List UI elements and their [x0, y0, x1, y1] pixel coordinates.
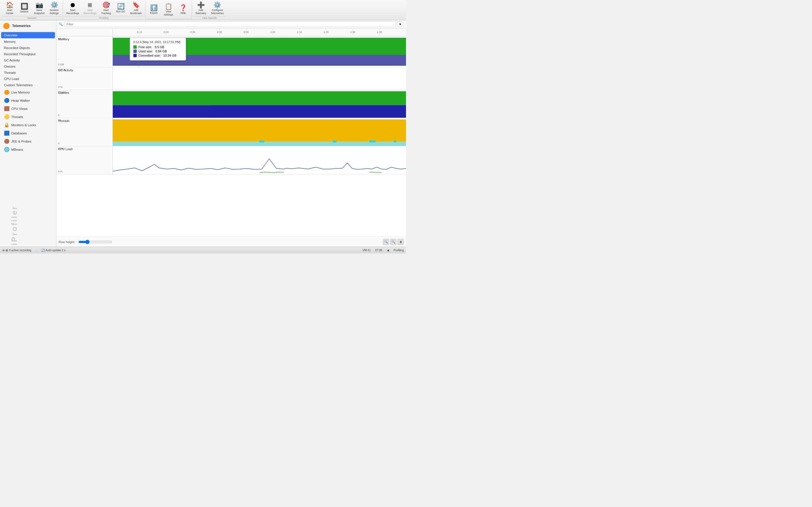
detach-button[interactable]: 🔲 Detach: [17, 2, 32, 14]
session-group-label: Session: [2, 16, 61, 20]
memory-label-col: Memory 20 GB 0 GB: [56, 36, 113, 67]
classes-chart-area: [113, 90, 406, 118]
stop-recordings-button[interactable]: ⏹ StopRecordings: [82, 1, 99, 16]
sidebar-item-cpu-views[interactable]: 🟫 CPU Views: [0, 105, 56, 113]
cpu-views-label: CPU Views: [11, 107, 28, 110]
tick-line: [299, 29, 300, 36]
sidebar-item-overview[interactable]: Overview: [1, 32, 55, 38]
timeline-spacer: [56, 29, 113, 36]
cpu-scale-bottom: 0 %: [58, 170, 63, 173]
session-settings-button[interactable]: ⚙️ SessionSettings: [47, 1, 61, 16]
save-snapshot-icon: 📷: [36, 2, 43, 8]
vm-label: VM #1: [363, 249, 371, 252]
help-label: Help: [181, 11, 186, 15]
tick-line: [326, 29, 326, 36]
filter-dropdown-button[interactable]: ▼: [397, 21, 404, 27]
start-tracking-label: StartTracking: [101, 9, 111, 15]
classes-chart-row: Classes 30,000 0: [56, 90, 406, 118]
start-center-button[interactable]: 🏠 StartCenter: [2, 1, 17, 16]
svg-rect-13: [259, 140, 264, 143]
view-settings-icon: 📋: [165, 3, 172, 10]
sidebar-item-live-memory[interactable]: 🟠 Live Memory: [0, 88, 56, 96]
add-bookmark-button[interactable]: 🔖 AddBookmark: [128, 1, 144, 16]
tick-line: [193, 29, 193, 36]
sidebar-item-heap-walker[interactable]: 🔵 Heap Walker: [0, 96, 56, 105]
sidebar-item-recorded-throughput[interactable]: Recorded Throughput: [0, 51, 56, 57]
sidebar-item-memory[interactable]: Memory: [0, 39, 56, 45]
add-telemetry-icon: ➕: [197, 2, 205, 8]
sidebar-item-recorded-objects[interactable]: Recorded Objects: [0, 45, 56, 51]
tick-line: [219, 29, 220, 36]
sidebar-item-gc-activity[interactable]: GC Activity: [0, 57, 56, 63]
recorded-throughput-label: Recorded Throughput: [4, 52, 36, 56]
session-settings-label: SessionSettings: [50, 9, 59, 15]
custom-telemetries-label: Custom Telemetries: [4, 83, 33, 87]
run-gc-button[interactable]: 🔄 Run GC: [113, 2, 128, 14]
view-specific-group: ➕ AddTelemetry ⚙️ ConfigureTelemetries V…: [192, 0, 227, 20]
svg-rect-9: [113, 91, 406, 105]
sidebar-item-cpu-load[interactable]: CPU Load: [0, 76, 56, 82]
memory-scale-bottom: 0 GB: [58, 63, 64, 66]
gc-svg: [113, 67, 406, 90]
cpu-chart-area: [113, 146, 406, 174]
sidebar-item-classes[interactable]: Classes: [0, 63, 56, 69]
charts-container: Memory 20 GB 0 GB: [56, 36, 406, 237]
sidebar-item-threads[interactable]: 🟡 Threads: [0, 113, 56, 121]
recorded-objects-label: Recorded Objects: [4, 46, 30, 50]
view-group: ⬆️ Export 📋 ViewSettings ❓ Help: [146, 0, 192, 20]
configure-telemetries-button[interactable]: ⚙️ ConfigureTelemetries: [209, 1, 226, 16]
telemetry-header: 🟠 Telemetries: [0, 20, 56, 32]
row-height-bar: Row height: 🔍 🔍 ⏸: [56, 237, 406, 247]
heap-walker-label: Heap Walker: [11, 99, 30, 102]
tick-line: [379, 29, 379, 36]
memory-chart-row: Memory 20 GB 0 GB: [56, 36, 406, 67]
autoupdate-icon: 🔄: [41, 249, 45, 252]
start-center-icon: 🏠: [6, 2, 13, 8]
jee-probes-icon: 🟤: [4, 138, 10, 144]
session-group: 🏠 StartCenter 🔲 Detach 📷 SaveSnapshot ⚙️…: [1, 0, 63, 20]
sidebar-item-mbeans[interactable]: 🌐 MBeans: [0, 145, 56, 154]
monitors-locks-icon: 🔒: [4, 122, 10, 128]
start-recordings-button[interactable]: ⏺ StartRecordings: [64, 1, 82, 16]
svg-rect-2: [113, 38, 406, 55]
sidebar-item-monitors-locks[interactable]: 🔒 Monitors & Locks: [0, 121, 56, 129]
stop-recordings-label: StopRecordings: [84, 9, 97, 15]
tick-line: [140, 29, 140, 36]
search-next-button[interactable]: 🔍: [390, 239, 396, 245]
search-buttons: 🔍 🔍 ⏸: [383, 239, 404, 245]
add-bookmark-label: AddBookmark: [130, 9, 142, 15]
threads-svg: [113, 118, 406, 146]
add-telemetry-button[interactable]: ➕ AddTelemetry: [193, 1, 209, 16]
filter-input[interactable]: [64, 21, 396, 27]
row-height-label: Row height:: [59, 240, 75, 244]
tick-line: [353, 29, 353, 36]
sidebar-item-threads-nav[interactable]: Threads: [0, 69, 56, 76]
svg-rect-11: [113, 119, 406, 142]
sidebar-item-databases[interactable]: 🟦 Databases: [0, 129, 56, 137]
time-label: 07:06: [375, 249, 382, 252]
help-button[interactable]: ❓ Help: [176, 4, 191, 16]
telemetry-header-title: Telemetries: [12, 24, 31, 28]
search-prev-button[interactable]: 🔍: [383, 239, 389, 245]
save-snapshot-button[interactable]: 📷 SaveSnapshot: [32, 1, 47, 16]
classes-svg: [113, 90, 406, 118]
threads-nav-label: Threads: [4, 71, 16, 74]
svg-rect-6: [113, 67, 406, 90]
start-tracking-button[interactable]: 🎯 StartTracking: [99, 1, 113, 16]
databases-icon: 🟦: [4, 130, 10, 136]
sidebar-item-jee-probes[interactable]: 🟤 JEE & Probes: [0, 137, 56, 145]
filter-bar: 🔍 ▼: [56, 20, 406, 29]
statusbar: ⊕ 0 active recording | 🔄 Auto-update 2 s…: [0, 247, 406, 253]
row-height-slider[interactable]: [79, 240, 112, 244]
save-snapshot-label: SaveSnapshot: [34, 9, 45, 15]
view-settings-button[interactable]: 📋 ViewSettings: [161, 2, 176, 17]
tick-line: [166, 29, 166, 36]
recording-icon: ⊕: [2, 249, 4, 252]
status-dot: [6, 249, 8, 251]
export-button[interactable]: ⬆️ Export: [147, 4, 161, 16]
content-area: 🔍 ▼ 0:100:200:300:400:501:001:101:201:30…: [56, 20, 406, 247]
pause-button[interactable]: ⏸: [398, 239, 404, 245]
threads-chart-title: Threads: [58, 119, 69, 122]
configure-telemetries-label: ConfigureTelemetries: [211, 9, 224, 15]
sidebar-item-custom-telemetries[interactable]: Custom Telemetries: [0, 82, 56, 88]
